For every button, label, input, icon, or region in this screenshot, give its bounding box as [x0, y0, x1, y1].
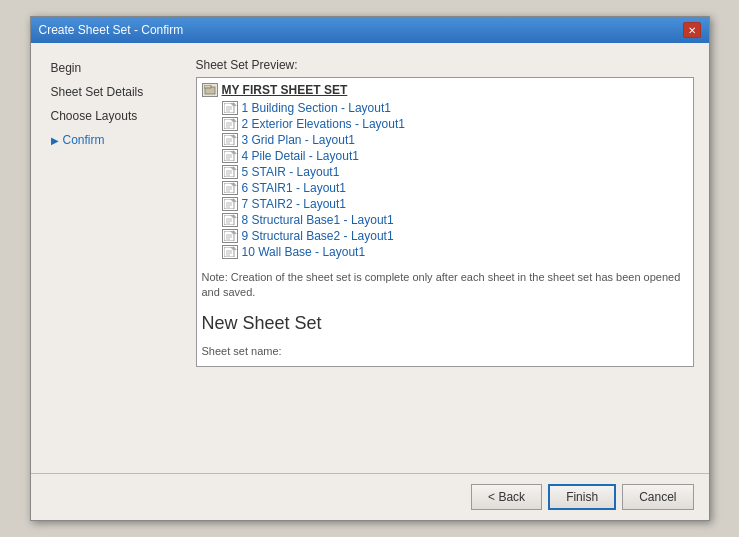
dialog-body: Begin Sheet Set Details Choose Layouts ▶…	[31, 43, 709, 473]
sheet-icon	[222, 165, 238, 179]
note-text: Note: Creation of the sheet set is compl…	[202, 270, 688, 301]
list-item: 5 STAIR - Layout1	[202, 164, 688, 180]
list-item: 1 Building Section - Layout1	[202, 100, 688, 116]
main-content: Sheet Set Preview: MY FIRST SHEET SET	[196, 58, 694, 458]
list-item: 8 Structural Base1 - Layout1	[202, 212, 688, 228]
sheet-icon	[222, 181, 238, 195]
sidebar: Begin Sheet Set Details Choose Layouts ▶…	[46, 58, 176, 458]
sidebar-item-choose-layouts-label: Choose Layouts	[51, 109, 138, 123]
svg-rect-47	[224, 247, 234, 257]
sheet-icon	[222, 133, 238, 147]
sheets-list: 1 Building Section - Layout1 2 Exterior …	[202, 100, 688, 260]
list-item: 4 Pile Detail - Layout1	[202, 148, 688, 164]
new-sheet-heading: New Sheet Set	[202, 313, 688, 334]
list-item: 9 Structural Base2 - Layout1	[202, 228, 688, 244]
close-button[interactable]: ✕	[683, 22, 701, 38]
list-item: 7 STAIR2 - Layout1	[202, 196, 688, 212]
sidebar-item-begin-label: Begin	[51, 61, 82, 75]
svg-rect-17	[224, 151, 234, 161]
dialog-footer: < Back Finish Cancel	[31, 473, 709, 520]
sheet-set-title-row: MY FIRST SHEET SET	[202, 83, 688, 97]
svg-rect-22	[224, 167, 234, 177]
svg-rect-37	[224, 215, 234, 225]
sheet-icon	[222, 197, 238, 211]
list-item: 2 Exterior Elevations - Layout1	[202, 116, 688, 132]
svg-rect-1	[204, 85, 211, 88]
list-item: 10 Wall Base - Layout1	[202, 244, 688, 260]
svg-rect-2	[224, 103, 234, 113]
sheet-icon	[222, 117, 238, 131]
preview-label: Sheet Set Preview:	[196, 58, 694, 72]
sheet-icon	[222, 101, 238, 115]
list-item: 6 STAIR1 - Layout1	[202, 180, 688, 196]
sidebar-item-choose-layouts: Choose Layouts	[46, 106, 176, 126]
list-item: 3 Grid Plan - Layout1	[202, 132, 688, 148]
info-section: Sheet set name: MY FIRST SHEET SET Sheet…	[202, 342, 688, 367]
sidebar-item-sheet-set-details-label: Sheet Set Details	[51, 85, 144, 99]
set-name-label: Sheet set name: MY FIRST SHEET SET	[202, 342, 688, 367]
preview-box[interactable]: MY FIRST SHEET SET 1 Building Section - …	[196, 77, 694, 367]
sidebar-item-confirm-label: Confirm	[63, 133, 105, 147]
sheet-icon	[222, 149, 238, 163]
title-bar: Create Sheet Set - Confirm ✕	[31, 17, 709, 43]
sheet-icon	[222, 213, 238, 227]
svg-rect-32	[224, 199, 234, 209]
svg-rect-42	[224, 231, 234, 241]
sheet-icon	[222, 229, 238, 243]
dialog-title: Create Sheet Set - Confirm	[39, 23, 184, 37]
svg-rect-27	[224, 183, 234, 193]
cancel-button[interactable]: Cancel	[622, 484, 693, 510]
finish-button[interactable]: Finish	[548, 484, 616, 510]
sheet-set-name: MY FIRST SHEET SET	[222, 83, 348, 97]
svg-rect-7	[224, 119, 234, 129]
sidebar-item-confirm: ▶ Confirm	[46, 130, 176, 150]
sidebar-item-sheet-set-details: Sheet Set Details	[46, 82, 176, 102]
sheet-icon	[222, 245, 238, 259]
active-arrow-icon: ▶	[51, 135, 59, 146]
back-button[interactable]: < Back	[471, 484, 542, 510]
sidebar-item-begin: Begin	[46, 58, 176, 78]
create-sheet-set-dialog: Create Sheet Set - Confirm ✕ Begin Sheet…	[30, 16, 710, 521]
svg-rect-12	[224, 135, 234, 145]
sheet-set-icon	[202, 83, 218, 97]
